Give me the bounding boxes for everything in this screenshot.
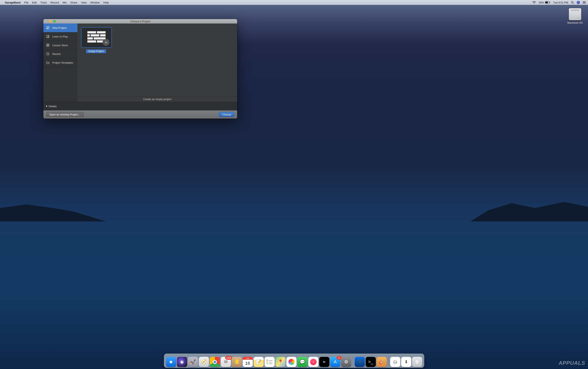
window-footer: Open an existing Project… Choose	[43, 111, 237, 119]
project-description: Create an empty project	[77, 96, 237, 102]
menu-edit[interactable]: Edit	[32, 1, 36, 4]
menu-track[interactable]: Track	[40, 1, 47, 4]
guitar-icon	[46, 26, 50, 30]
dock-music[interactable]: ♪	[308, 357, 319, 367]
dock-appstore[interactable]: A2	[330, 357, 340, 367]
window-close-button[interactable]	[45, 20, 48, 22]
dock-badge: 2	[337, 356, 341, 360]
sidebar-item-lesson-store[interactable]: Lesson Store	[43, 41, 77, 50]
dock-calendar[interactable]: JUN16	[243, 357, 253, 367]
main-panel: ＋ Empty Project Create an empty project	[77, 23, 237, 102]
dock-maps[interactable]: 📍	[276, 357, 286, 367]
harddrive-icon	[569, 8, 581, 20]
plus-icon: ＋	[103, 39, 109, 46]
sidebar-item-recent[interactable]: Recent	[43, 50, 77, 58]
star-icon	[46, 43, 50, 47]
dock-finder[interactable]: ☻	[166, 357, 176, 367]
dock-xcode[interactable]: ⚒︎	[355, 357, 365, 367]
sidebar-item-label: Recent	[52, 52, 61, 56]
svg-rect-2	[550, 2, 550, 3]
wallpaper-hill-left	[0, 197, 106, 222]
menubar: GarageBand File Edit Track Record Mix Sh…	[0, 0, 588, 5]
battery-status[interactable]: 59%	[539, 1, 550, 4]
svg-line-4	[573, 3, 574, 4]
dock-preferences[interactable]: ⚙︎	[341, 357, 351, 367]
svg-point-10	[583, 3, 583, 3]
dock-trash[interactable]: 🗑	[412, 357, 422, 367]
menu-share[interactable]: Share	[70, 1, 77, 4]
wallpaper-hill-right	[470, 197, 588, 222]
empty-project-thumb: ＋	[81, 27, 112, 48]
menu-window[interactable]: Window	[90, 1, 100, 4]
dock-badge: 2,593	[225, 356, 232, 360]
notification-center-icon[interactable]	[583, 1, 586, 4]
menu-record[interactable]: Record	[51, 1, 59, 4]
dock-chrome[interactable]	[210, 357, 220, 367]
window-zoom-button[interactable]	[53, 20, 56, 22]
dock-garageband[interactable]: 🎸	[377, 357, 387, 367]
empty-project-label: Empty Project	[86, 50, 106, 53]
disclosure-triangle-icon	[46, 105, 47, 107]
svg-point-9	[583, 2, 583, 3]
menu-file[interactable]: File	[24, 1, 28, 4]
desktop-drive[interactable]: Macintosh HD	[567, 8, 583, 24]
dock-launchpad[interactable]: 🚀	[188, 357, 198, 367]
details-label: Details	[49, 105, 57, 108]
sidebar-item-project-templates[interactable]: Project Templates	[43, 58, 77, 67]
dock-safari[interactable]: 🧭	[199, 357, 209, 367]
battery-percent: 59%	[539, 1, 544, 4]
sidebar-item-label: Project Templates	[52, 61, 73, 64]
folder-icon	[46, 61, 50, 65]
window-title: Choose a Project	[130, 20, 150, 23]
menu-view[interactable]: View	[81, 1, 87, 4]
dock: ☻◉🚀🧭✉︎2,593📒JUN16📝• —• —• —📍💬♪tvA2⚙︎⚒︎>_…	[164, 354, 424, 368]
app-menu[interactable]: GarageBand	[5, 1, 21, 4]
open-existing-button[interactable]: Open an existing Project…	[46, 112, 84, 117]
empty-project-item[interactable]: ＋ Empty Project	[81, 27, 111, 53]
window-minimize-button[interactable]	[49, 20, 52, 22]
choose-button[interactable]: Choose	[219, 112, 234, 117]
sidebar-item-label: Learn to Play	[52, 35, 68, 38]
wifi-icon[interactable]	[532, 1, 536, 4]
svg-point-14	[48, 37, 48, 37]
dock-appletv[interactable]: tv	[319, 357, 329, 367]
sidebar-item-learn-to-play[interactable]: Learn to Play	[43, 32, 77, 41]
menu-mix[interactable]: Mix	[63, 1, 67, 4]
clock-icon	[46, 52, 50, 56]
dock-messages[interactable]: 💬	[297, 357, 308, 367]
dock-reminders[interactable]: • —• —• —	[265, 357, 275, 367]
titlebar[interactable]: Choose a Project	[43, 19, 237, 23]
dock-notes[interactable]: 📝	[254, 357, 264, 367]
dock-mail[interactable]: ✉︎2,593	[221, 357, 231, 367]
dock-downloads[interactable]: ⬇︎	[401, 357, 411, 367]
spotlight-icon[interactable]	[571, 1, 574, 4]
dock-siri[interactable]: ◉	[177, 357, 187, 367]
svg-rect-1	[546, 2, 548, 3]
menu-help[interactable]: Help	[103, 1, 109, 4]
dock-separator	[353, 356, 353, 366]
clock[interactable]: Tue 8:01 PM	[553, 1, 568, 4]
sidebar-item-label: New Project	[52, 26, 66, 29]
svg-point-12	[47, 28, 48, 29]
drive-label: Macintosh HD	[567, 21, 583, 24]
project-gallery: ＋ Empty Project	[77, 23, 237, 96]
sidebar: New ProjectLearn to PlayLesson StoreRece…	[43, 23, 77, 102]
dock-contacts[interactable]: 📒	[232, 357, 242, 367]
note-icon	[46, 34, 50, 39]
sidebar-item-label: Lesson Store	[52, 44, 68, 47]
sidebar-item-new-project[interactable]: New Project	[43, 23, 77, 32]
siri-menulet-icon[interactable]	[577, 1, 580, 4]
dock-documents[interactable]: 🗂	[390, 357, 400, 367]
dock-separator	[388, 356, 389, 366]
watermark: APPUALS	[559, 360, 585, 366]
svg-point-8	[583, 1, 583, 2]
project-chooser-window: Choose a Project New ProjectLearn to Pla…	[43, 19, 237, 119]
dock-photos[interactable]	[286, 357, 297, 367]
details-disclosure[interactable]: Details	[43, 102, 237, 111]
dock-terminal[interactable]: >_	[366, 357, 376, 367]
